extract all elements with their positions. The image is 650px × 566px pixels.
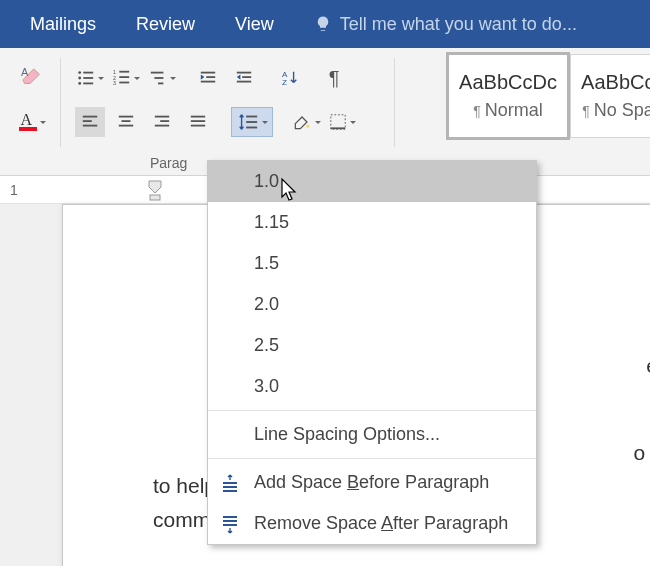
pilcrow-icon: ¶ [329,67,340,90]
svg-rect-29 [83,125,97,127]
add-space-before[interactable]: Add Space Before Paragraph [208,462,536,503]
menu-separator [208,410,536,411]
svg-rect-28 [83,120,92,122]
numbering-button[interactable]: 123 [111,63,141,93]
font-color-button[interactable]: A [17,107,47,137]
svg-rect-5 [83,77,93,79]
menu-item-label: 1.15 [254,212,289,233]
spacing-option-1-15[interactable]: 1.15 [208,202,536,243]
style-normal[interactable]: AaBbCcDc ¶Normal [448,54,568,138]
line-spacing-menu: 1.0 1.15 1.5 2.0 2.5 3.0 Line Spacing Op… [207,160,537,545]
svg-point-6 [78,82,81,85]
style-name-label: Normal [485,100,543,120]
tab-review[interactable]: Review [116,0,215,48]
spacing-option-1-0[interactable]: 1.0 [208,161,536,202]
spacing-option-2-0[interactable]: 2.0 [208,284,536,325]
style-preview-text: AaBbCcDc [581,71,650,94]
menu-item-label: 3.0 [254,376,279,397]
svg-marker-20 [201,74,205,79]
lightbulb-icon [314,15,332,33]
mouse-cursor-icon [281,178,301,204]
space-after-icon [220,514,240,534]
svg-text:Z: Z [282,78,287,87]
svg-rect-21 [237,72,251,74]
ribbon: A 123 AZ ¶ A [0,48,650,176]
decrease-indent-icon [199,69,217,87]
menu-item-label: Add Space Before Paragraph [254,472,489,493]
number-list-icon: 123 [113,69,131,87]
increase-indent-icon [235,69,253,87]
tell-me-placeholder: Tell me what you want to do... [340,14,577,35]
svg-rect-44 [330,127,344,129]
paragraph-group-label: Parag [150,155,187,171]
svg-rect-38 [191,125,205,127]
svg-rect-11 [119,76,129,78]
svg-rect-50 [223,516,237,518]
align-justify-icon [189,113,207,131]
svg-rect-22 [242,76,251,78]
line-spacing-options[interactable]: Line Spacing Options... [208,414,536,455]
svg-rect-36 [191,116,205,118]
align-center-button[interactable] [111,107,141,137]
tell-me-search[interactable]: Tell me what you want to do... [294,0,597,48]
svg-marker-24 [237,74,241,79]
spacing-option-1-5[interactable]: 1.5 [208,243,536,284]
svg-rect-47 [223,482,237,484]
align-justify-button[interactable] [183,107,213,137]
style-preview-text: AaBbCcDc [459,71,557,94]
svg-rect-39 [246,116,257,118]
svg-rect-37 [191,120,205,122]
spacing-option-2-5[interactable]: 2.5 [208,325,536,366]
svg-rect-23 [237,81,251,83]
show-hide-marks-button[interactable]: ¶ [319,63,349,93]
svg-rect-30 [119,116,133,118]
indent-marker-icon[interactable] [147,179,163,201]
shading-button[interactable] [291,107,321,137]
svg-rect-3 [83,72,93,74]
tab-view[interactable]: View [215,0,294,48]
borders-icon [329,113,347,131]
svg-point-4 [78,77,81,80]
svg-rect-40 [246,121,257,123]
align-left-button[interactable] [75,107,105,137]
line-spacing-button[interactable] [231,107,273,137]
decrease-indent-button[interactable] [193,63,223,93]
align-center-icon [117,113,135,131]
svg-rect-32 [119,125,133,127]
bullet-list-icon [77,69,95,87]
tab-mailings[interactable]: Mailings [10,0,116,48]
svg-rect-33 [155,116,169,118]
multilevel-list-icon [149,69,167,87]
paint-bucket-icon [292,112,312,132]
svg-rect-49 [223,490,237,492]
menu-item-label: Line Spacing Options... [254,424,440,445]
svg-rect-14 [150,72,163,74]
bullets-button[interactable] [75,63,105,93]
svg-marker-45 [149,181,161,193]
doc-text: o assistin [633,441,650,464]
svg-rect-17 [201,72,215,74]
style-no-spacing[interactable]: AaBbCcDc ¶No Spac... [570,54,650,138]
svg-text:3: 3 [113,80,116,86]
spacing-option-3-0[interactable]: 3.0 [208,366,536,407]
doc-text: employr [646,354,650,377]
svg-rect-41 [246,127,257,129]
svg-rect-31 [122,120,131,122]
clear-formatting-button[interactable]: A [17,63,47,93]
menu-item-label: 2.0 [254,294,279,315]
svg-rect-51 [223,520,237,522]
svg-rect-27 [83,116,97,118]
increase-indent-button[interactable] [229,63,259,93]
multilevel-list-button[interactable] [147,63,177,93]
menu-item-label: Remove Space After Paragraph [254,513,508,534]
borders-button[interactable] [327,107,357,137]
space-before-icon [220,473,240,493]
sort-button[interactable]: AZ [275,63,305,93]
svg-rect-9 [119,71,129,73]
remove-space-after[interactable]: Remove Space After Paragraph [208,503,536,544]
style-name-label: No Spac... [594,100,650,120]
align-right-button[interactable] [147,107,177,137]
svg-rect-48 [223,486,237,488]
eraser-icon: A [21,67,43,89]
svg-rect-43 [330,115,344,129]
